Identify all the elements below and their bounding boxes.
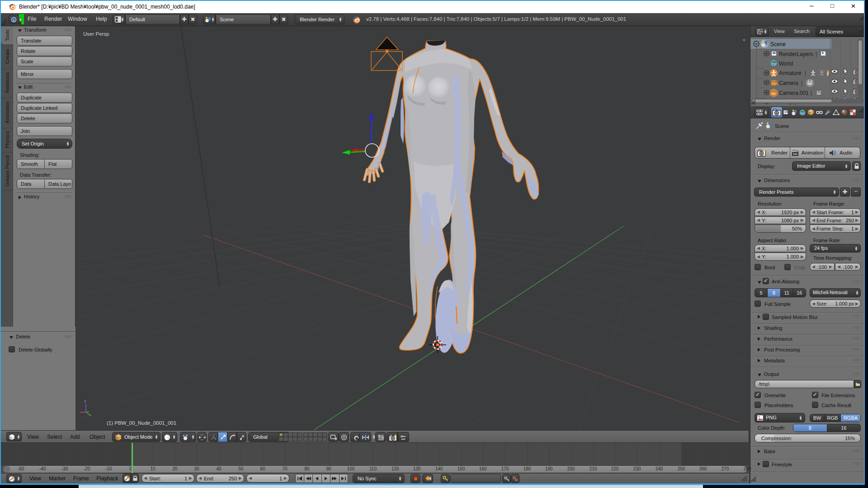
svg-text:+: + (742, 37, 746, 43)
svg-text:User Persp: User Persp (83, 31, 109, 37)
svg-text:(1) PBW_00_Nude_0001_001: (1) PBW_00_Nude_0001_001 (107, 420, 176, 426)
svg-text:z: z (84, 399, 86, 404)
